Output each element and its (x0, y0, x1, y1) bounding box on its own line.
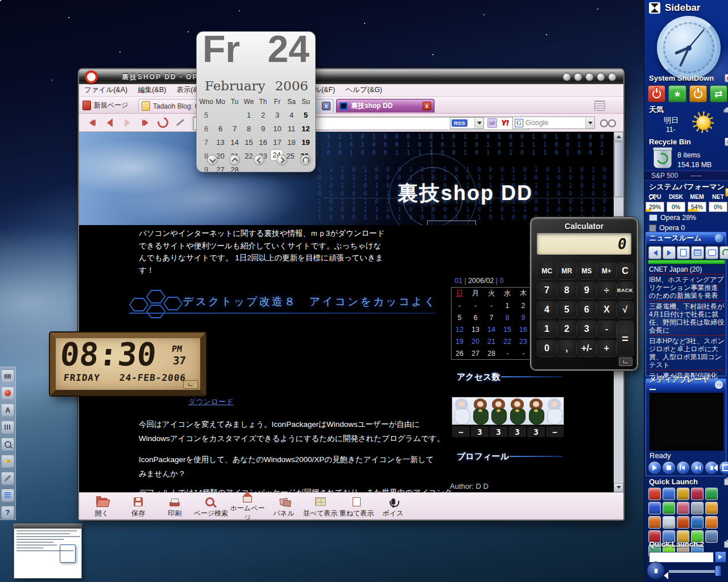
next-button[interactable] (690, 461, 704, 475)
calc-button-0[interactable]: 0 (537, 340, 557, 357)
toolbar-item-cascade[interactable]: 重ねて表示 (338, 496, 375, 518)
volume-button[interactable] (705, 461, 718, 475)
calendar-day[interactable]: 14 (228, 135, 242, 149)
previous-button[interactable] (676, 461, 690, 475)
play-button[interactable] (648, 461, 661, 475)
clock-settings-button[interactable] (183, 380, 198, 389)
dropdown-icon[interactable] (474, 118, 483, 128)
chart-button[interactable] (1, 386, 14, 400)
window-control-button[interactable] (585, 73, 594, 81)
shutdown-icon[interactable] (725, 74, 728, 82)
calendar-day[interactable]: 12 (299, 122, 313, 135)
notepad-titlebar[interactable] (14, 524, 81, 529)
calendar-day[interactable]: 6 (213, 122, 228, 135)
minical-day[interactable]: 8 (499, 311, 515, 323)
close-tab-icon[interactable]: x (423, 102, 431, 110)
quicklaunch-icon-6[interactable] (648, 502, 661, 514)
scroll-down-icon[interactable] (614, 483, 623, 492)
calc-button-2[interactable]: 2 (557, 321, 577, 338)
calc-button-8[interactable]: 8 (557, 282, 577, 299)
yahoo-icon[interactable]: Y! (501, 118, 508, 127)
quicklaunch-icon-7[interactable] (663, 502, 675, 514)
back-button[interactable] (101, 115, 118, 130)
download-link[interactable]: ダウンロード (188, 397, 234, 407)
prev-month-button[interactable] (254, 155, 264, 165)
toolbar-item-home[interactable]: ホームページ (229, 490, 266, 521)
prev-month-link[interactable]: 01 (454, 277, 462, 285)
open-page-button[interactable] (677, 246, 690, 259)
quicklaunch-icon-12[interactable] (663, 516, 675, 529)
calc-button-MC[interactable]: MC (537, 263, 557, 280)
window-control-button[interactable] (562, 73, 571, 81)
prev-button[interactable] (648, 246, 661, 259)
window-titlebar[interactable]: 裏技SHOP DD - OPERA (79, 69, 623, 84)
next-month-button[interactable] (276, 155, 287, 165)
fast-forward-button[interactable] (136, 115, 154, 130)
calc-button-MR[interactable]: MR (557, 263, 577, 280)
next-month-link[interactable]: 0 (500, 277, 504, 285)
calc-button-+[interactable]: + (597, 340, 617, 357)
busy-button[interactable]: * (668, 85, 686, 102)
quicklaunch-icon-1[interactable] (648, 488, 661, 500)
calc-button--[interactable]: - (597, 321, 617, 338)
menu-item-1[interactable]: 編集(&B) (133, 85, 171, 95)
quicklaunch-icon-15[interactable] (705, 516, 718, 529)
window-control-button[interactable] (597, 73, 605, 81)
standby-button[interactable] (689, 85, 707, 102)
calculator-widget[interactable]: Calculator 0 MCMRMSM+789÷456X123-0,+/-+C… (530, 217, 638, 371)
newspaper-button[interactable] (691, 246, 704, 259)
minical-day[interactable]: 20 (468, 335, 483, 347)
pen-button[interactable] (1, 472, 14, 485)
tab-list-icon[interactable] (594, 101, 605, 111)
minical-day[interactable]: 16 (515, 323, 531, 335)
reload-button[interactable] (154, 115, 171, 130)
toolbar-item-voice[interactable]: ボイス (375, 496, 411, 518)
help-button[interactable]: ? (1, 506, 14, 519)
calendar-day[interactable]: 13 (213, 135, 228, 149)
quicklaunch-icon-9[interactable] (691, 502, 704, 514)
quicklaunch-icon-5[interactable] (705, 488, 718, 500)
scroll-up-icon[interactable] (614, 132, 623, 141)
quicklaunch-icon-14[interactable] (691, 516, 704, 529)
minical-day[interactable]: 22 (499, 335, 515, 347)
calc-button-÷[interactable]: ÷ (597, 282, 617, 299)
cloud-icon[interactable] (725, 107, 728, 112)
calc-button-BACK[interactable]: BACK (617, 282, 634, 299)
calc-button-,[interactable]: , (557, 340, 577, 357)
calc-button-M+[interactable]: M+ (597, 263, 617, 280)
volume-slider-handle[interactable] (715, 566, 721, 576)
speaker-button[interactable] (647, 562, 665, 580)
calendar-day[interactable]: 17 (270, 135, 284, 149)
quicklaunch-icon-11[interactable] (648, 516, 661, 529)
quicklaunch-icon-3[interactable] (677, 488, 689, 500)
digital-clock-widget[interactable]: 08:30 PM 37 FRIDAY 24-FEB-2006 (50, 332, 206, 396)
refresh-button[interactable] (719, 246, 728, 259)
toolbar-item-tile[interactable]: 並べて表示 (302, 496, 338, 518)
toolbar-item-folder-open[interactable]: 開く (84, 496, 120, 518)
quicklaunch-icon-10[interactable] (705, 502, 718, 514)
minical-day[interactable]: 19 (452, 335, 468, 347)
window-control-button[interactable] (574, 73, 582, 81)
news-headline[interactable]: IBM、ホスティングアプリケーション事業推進のための新施策を発表 (649, 274, 725, 301)
menu-item-4[interactable]: ヘルプ(&G) (340, 85, 387, 95)
font-button[interactable]: A (1, 404, 14, 417)
read-button[interactable] (705, 246, 718, 259)
calendar-day[interactable]: 2 (256, 108, 270, 122)
mixer-button[interactable] (1, 421, 14, 434)
minical-day[interactable]: 23 (515, 335, 531, 347)
site-search-input[interactable] (427, 221, 476, 225)
menu-item-0[interactable]: ファイル(&A) (79, 85, 133, 95)
calendar-day[interactable]: 11 (284, 122, 299, 135)
power-off-button[interactable] (648, 85, 665, 102)
calc-button-=[interactable]: = (617, 321, 634, 357)
calendar-day[interactable]: 4 (284, 108, 299, 122)
quicklaunch-icon-8[interactable] (677, 502, 689, 514)
calendar-day[interactable]: 16 (256, 135, 270, 149)
toolbar-item-print[interactable]: 印刷 (156, 496, 193, 518)
minical-day[interactable]: 14 (483, 323, 499, 335)
close-tab-icon[interactable]: x (322, 102, 330, 110)
calc-button-C[interactable]: C (617, 263, 634, 280)
minical-day[interactable]: 21 (483, 335, 499, 347)
minical-day[interactable]: 15 (499, 323, 515, 335)
calendar-day[interactable]: 1 (242, 108, 256, 122)
